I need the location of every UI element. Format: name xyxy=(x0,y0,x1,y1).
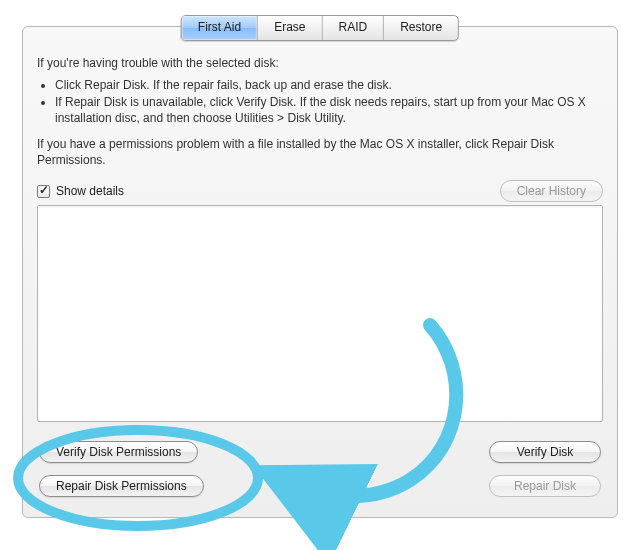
clear-history-button[interactable]: Clear History xyxy=(500,180,603,202)
instructions-bullet1: Click Repair Disk. If the repair fails, … xyxy=(55,77,603,93)
instructions-line1: If you're having trouble with the select… xyxy=(37,55,603,71)
instructions-line2: If you have a permissions problem with a… xyxy=(37,136,603,168)
show-details-checkbox-wrap[interactable]: Show details xyxy=(37,184,124,198)
tab-strip: First Aid Erase RAID Restore xyxy=(181,15,459,41)
instructions-list: Click Repair Disk. If the repair fails, … xyxy=(37,77,603,126)
tab-restore[interactable]: Restore xyxy=(383,16,458,40)
show-details-checkbox[interactable] xyxy=(37,185,50,198)
details-row: Show details Clear History xyxy=(37,180,603,202)
instructions: If you're having trouble with the select… xyxy=(37,55,603,174)
repair-disk-permissions-button[interactable]: Repair Disk Permissions xyxy=(39,475,204,497)
show-details-label: Show details xyxy=(56,184,124,198)
details-log[interactable] xyxy=(37,205,603,422)
verify-disk-button[interactable]: Verify Disk xyxy=(489,441,601,463)
verify-disk-permissions-button[interactable]: Verify Disk Permissions xyxy=(39,441,198,463)
repair-disk-button[interactable]: Repair Disk xyxy=(489,475,601,497)
tab-first-aid[interactable]: First Aid xyxy=(182,16,257,40)
tab-erase[interactable]: Erase xyxy=(257,16,321,40)
tab-raid[interactable]: RAID xyxy=(322,16,384,40)
instructions-bullet2: If Repair Disk is unavailable, click Ver… xyxy=(55,94,603,126)
first-aid-panel: First Aid Erase RAID Restore If you're h… xyxy=(22,26,618,518)
